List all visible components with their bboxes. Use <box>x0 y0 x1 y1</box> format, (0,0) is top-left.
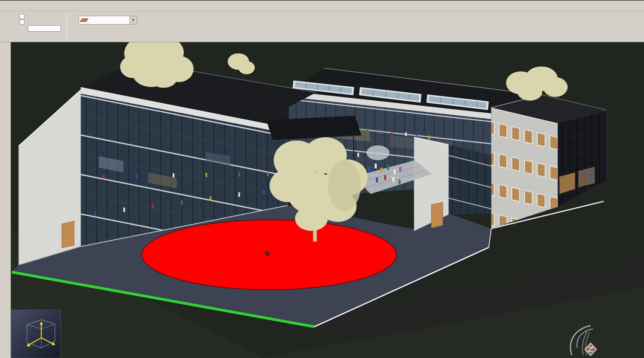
drawing-toolbar <box>0 42 11 358</box>
group-dropdown[interactable] <box>79 16 137 24</box>
door <box>431 202 443 228</box>
viewport-3d[interactable] <box>11 42 644 358</box>
door <box>62 221 74 248</box>
floor-creation-panel <box>9 11 65 42</box>
checkbox-tick <box>20 20 24 24</box>
dropdown-arrow-icon[interactable] <box>129 16 137 24</box>
main-toolbar <box>0 0 644 11</box>
application-window: { "toolbar_top": { "groups": [ { "items"… <box>0 0 644 358</box>
auto-create-floors-checkbox[interactable] <box>20 20 61 24</box>
axis-indicator <box>11 310 61 358</box>
floor-height-input[interactable] <box>28 25 61 32</box>
floor-icon <box>80 18 88 22</box>
refuge-area <box>142 220 396 289</box>
new-egress-components-panel <box>68 11 141 42</box>
ribbon <box>0 11 644 42</box>
scene-3d <box>11 42 644 358</box>
checkbox-tick <box>20 14 24 19</box>
auto-sort-checkbox[interactable] <box>20 14 61 19</box>
